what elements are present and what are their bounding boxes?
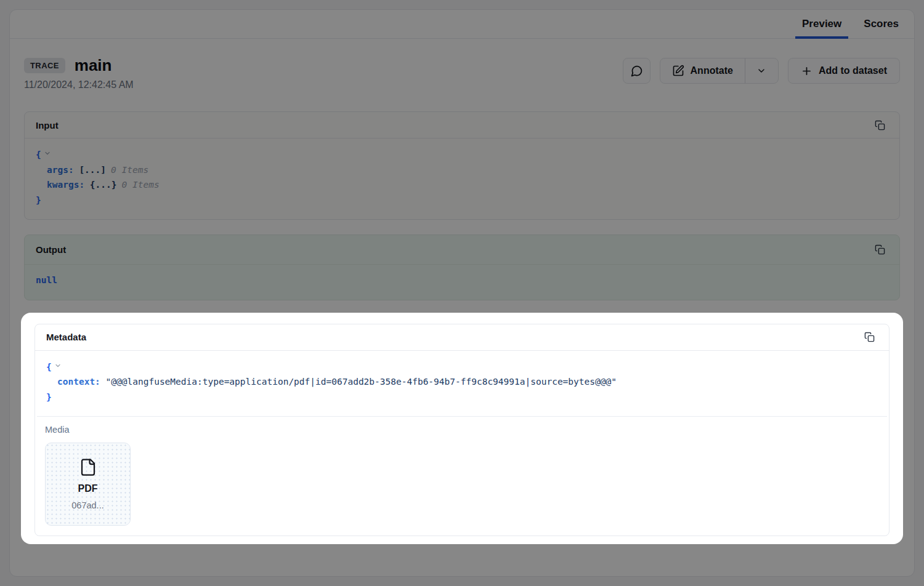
json-item-count: 0 Items (111, 165, 148, 175)
page-background: Preview Scores TRACE main 11/20/2024, 12… (0, 0, 924, 586)
annotate-pencil-icon (672, 65, 684, 77)
output-panel-title: Output (36, 244, 66, 255)
trace-detail-card: Preview Scores TRACE main 11/20/2024, 12… (9, 9, 915, 577)
copy-icon (875, 244, 885, 255)
media-file-card[interactable]: PDF 067ad... (45, 443, 131, 526)
collapse-chevron-icon[interactable] (44, 146, 51, 162)
annotate-dropdown-button[interactable] (745, 58, 778, 83)
json-key: kwargs: (47, 180, 84, 190)
output-json-viewer: null (25, 265, 899, 300)
metadata-panel-header: Metadata (35, 324, 889, 351)
chevron-down-icon (756, 66, 766, 76)
json-close-brace: } (46, 392, 52, 402)
collapse-chevron-icon[interactable] (54, 359, 62, 374)
copy-input-button[interactable] (871, 116, 888, 134)
input-panel-header: Input (25, 112, 899, 138)
json-close-brace: } (36, 195, 41, 205)
comment-button[interactable] (623, 58, 650, 84)
annotate-button[interactable]: Annotate (660, 58, 745, 83)
json-row-kwargs: kwargs: {...}0 Items (36, 177, 888, 193)
trace-content: TRACE main 11/20/2024, 12:42:45 AM (10, 56, 914, 544)
tab-scores[interactable]: Scores (857, 10, 906, 38)
tab-bar: Preview Scores (10, 10, 914, 39)
json-key: args: (47, 165, 74, 175)
copy-output-button[interactable] (871, 241, 888, 259)
tab-preview[interactable]: Preview (795, 10, 848, 38)
copy-icon (875, 120, 885, 130)
trace-timestamp: 11/20/2024, 12:42:45 AM (24, 79, 134, 90)
copy-metadata-button[interactable] (861, 329, 878, 346)
media-section: Media PDF 067ad... (37, 416, 887, 536)
annotate-split-button: Annotate (660, 58, 779, 84)
metadata-json-viewer: { context: "@@@langfuseMedia:type=applic… (35, 351, 889, 417)
plus-icon (801, 65, 813, 77)
json-open-brace: { (36, 150, 41, 159)
media-file-id: 067ad... (71, 500, 103, 510)
metadata-spotlight: Metadata { context: "@@@la (21, 313, 903, 545)
copy-icon (864, 332, 875, 342)
json-string-value: "@@@langfuseMedia:type=application/pdf|i… (106, 377, 617, 387)
trace-identity: TRACE main 11/20/2024, 12:42:45 AM (24, 56, 134, 90)
input-json-viewer: { args: [...]0 Items kwargs: {...}0 Item… (25, 138, 899, 219)
json-open-brace: { (46, 362, 52, 372)
media-file-type: PDF (78, 483, 98, 494)
input-panel: Input { args: [...]0 Items kwargs: {...} (24, 111, 900, 220)
metadata-panel-title: Metadata (46, 332, 86, 342)
output-panel: Output null (24, 235, 900, 300)
comment-icon (630, 65, 643, 78)
json-row-args: args: [...]0 Items (36, 163, 888, 178)
trace-type-badge: TRACE (24, 58, 65, 73)
trace-title: main (75, 56, 112, 75)
trace-header: TRACE main 11/20/2024, 12:42:45 AM (24, 56, 900, 90)
json-key: context: (57, 377, 100, 387)
media-section-label: Media (45, 425, 879, 435)
json-collapsed-array[interactable]: [...] (79, 165, 106, 175)
annotate-label: Annotate (691, 65, 733, 76)
json-item-count: 0 Items (122, 180, 160, 190)
json-collapsed-object[interactable]: {...} (90, 180, 117, 190)
file-icon (79, 458, 97, 476)
add-to-dataset-label: Add to dataset (819, 65, 887, 76)
json-row-context: context: "@@@langfuseMedia:type=applicat… (46, 374, 878, 390)
json-null-value: null (36, 275, 57, 285)
output-panel-header: Output (25, 235, 899, 265)
add-to-dataset-button[interactable]: Add to dataset (788, 58, 900, 84)
trace-actions: Annotate (623, 58, 900, 84)
input-panel-title: Input (36, 120, 59, 130)
metadata-panel: Metadata { context: "@@@la (34, 324, 890, 537)
